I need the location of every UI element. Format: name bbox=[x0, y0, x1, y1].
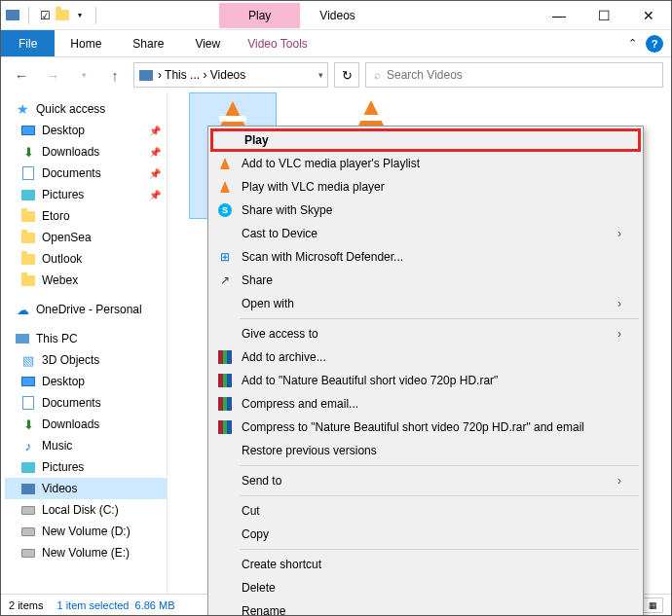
ctx-delete[interactable]: Delete bbox=[210, 576, 641, 599]
drive-icon bbox=[20, 524, 36, 539]
close-button[interactable]: ✕ bbox=[626, 1, 671, 30]
nav-qa-opensea[interactable]: OpenSea bbox=[5, 227, 167, 248]
downloads-icon: ⬇ bbox=[20, 144, 36, 160]
nav-pc-desktop[interactable]: Desktop bbox=[5, 371, 167, 392]
ctx-share[interactable]: ↗Share bbox=[210, 269, 641, 292]
blank-icon bbox=[214, 579, 236, 597]
ctx-add-playlist[interactable]: Add to VLC media player's Playlist bbox=[210, 152, 641, 175]
nav-label: Etoro bbox=[42, 209, 70, 223]
music-icon: ♪ bbox=[20, 438, 36, 453]
nav-qa-webex[interactable]: Webex bbox=[5, 270, 167, 291]
tab-home[interactable]: Home bbox=[55, 30, 117, 56]
desktop-icon bbox=[20, 123, 36, 138]
desktop-icon bbox=[20, 374, 36, 389]
collapse-ribbon-button[interactable]: ⌃ bbox=[622, 34, 642, 54]
nav-label: Quick access bbox=[36, 102, 105, 116]
ctx-cut[interactable]: Cut bbox=[210, 499, 641, 523]
pc-icon bbox=[15, 331, 30, 346]
nav-pc-volume-e[interactable]: New Volume (E:) bbox=[5, 542, 167, 563]
maximize-button[interactable]: ☐ bbox=[581, 1, 626, 30]
minimize-button[interactable]: — bbox=[537, 1, 581, 30]
app-icon bbox=[5, 8, 20, 23]
tab-video-tools[interactable]: Video Tools bbox=[236, 30, 319, 56]
qat-dropdown-icon[interactable]: ▾ bbox=[72, 8, 88, 23]
drive-icon bbox=[20, 545, 36, 561]
ctx-play[interactable]: Play bbox=[210, 128, 641, 152]
nav-label: OneDrive - Personal bbox=[36, 303, 142, 316]
back-button[interactable]: ← bbox=[9, 62, 34, 88]
pin-icon: 📌 bbox=[149, 168, 161, 179]
view-large-button[interactable]: ▦ bbox=[642, 598, 663, 613]
nav-this-pc[interactable]: This PC bbox=[5, 328, 167, 349]
up-button[interactable]: ↑ bbox=[102, 62, 128, 88]
vlc-small-icon bbox=[214, 155, 236, 172]
forward-button[interactable]: → bbox=[40, 62, 65, 88]
search-box[interactable]: ⌕ bbox=[365, 62, 663, 88]
file-tab[interactable]: File bbox=[1, 30, 55, 56]
nav-pc-pictures[interactable]: Pictures bbox=[5, 456, 167, 478]
blank-icon bbox=[214, 502, 236, 520]
nav-pc-local-c[interactable]: Local Disk (C:) bbox=[5, 499, 167, 521]
nav-pc-volume-d[interactable]: New Volume (D:) bbox=[5, 521, 167, 542]
ctx-defender[interactable]: ⊞Scan with Microsoft Defender... bbox=[210, 245, 641, 269]
ctx-send-to[interactable]: Send to› bbox=[210, 469, 641, 492]
ctx-cast[interactable]: Cast to Device› bbox=[210, 222, 641, 245]
address-bar: ← → ▾ ↑ › This ... › Videos ▾ ↻ ⌕ bbox=[1, 57, 671, 92]
nav-qa-etoro[interactable]: Etoro bbox=[5, 205, 167, 227]
nav-pc-3dobjects[interactable]: ▧3D Objects bbox=[5, 349, 167, 371]
tab-view[interactable]: View bbox=[179, 30, 236, 56]
nav-label: Pictures bbox=[42, 460, 84, 474]
nav-pc-music[interactable]: ♪Music bbox=[5, 435, 167, 456]
nav-label: Music bbox=[42, 439, 72, 453]
nav-quick-access[interactable]: ★ Quick access bbox=[5, 98, 167, 120]
menu-separator bbox=[240, 318, 639, 319]
ctx-compress-email[interactable]: Compress and email... bbox=[210, 392, 641, 416]
nav-qa-pictures[interactable]: Pictures📌 bbox=[5, 184, 167, 205]
shield-icon: ⊞ bbox=[214, 248, 236, 266]
ctx-add-archive[interactable]: Add to archive... bbox=[210, 345, 641, 369]
pin-icon: 📌 bbox=[149, 190, 161, 200]
ctx-rename[interactable]: Rename bbox=[210, 599, 641, 616]
refresh-button[interactable]: ↻ bbox=[334, 62, 359, 88]
nav-qa-documents[interactable]: Documents📌 bbox=[5, 163, 167, 184]
folder-icon bbox=[20, 251, 36, 267]
qat-properties-icon[interactable]: ☑ bbox=[37, 8, 53, 23]
search-icon: ⌕ bbox=[374, 68, 381, 82]
ctx-compress-to[interactable]: Compress to "Nature Beautiful short vide… bbox=[210, 416, 641, 439]
nav-label: Pictures bbox=[42, 188, 84, 201]
ctx-create-shortcut[interactable]: Create shortcut bbox=[210, 553, 641, 576]
nav-onedrive[interactable]: ☁OneDrive - Personal bbox=[5, 299, 167, 320]
nav-qa-outlook[interactable]: Outlook bbox=[5, 248, 167, 270]
ctx-add-rar[interactable]: Add to "Nature Beautiful short video 720… bbox=[210, 369, 641, 392]
share-icon: ↗ bbox=[214, 272, 236, 289]
nav-label: Downloads bbox=[42, 417, 99, 431]
search-input[interactable] bbox=[387, 68, 654, 82]
star-icon: ★ bbox=[15, 101, 30, 117]
quick-access-toolbar: ☑ ▾ bbox=[1, 7, 102, 24]
address-dropdown-icon[interactable]: ▾ bbox=[318, 70, 323, 80]
documents-icon bbox=[20, 165, 36, 181]
nav-qa-downloads[interactable]: ⬇Downloads📌 bbox=[5, 141, 167, 163]
qat-folder-icon[interactable] bbox=[55, 8, 70, 23]
ctx-copy[interactable]: Copy bbox=[210, 523, 641, 546]
documents-icon bbox=[20, 395, 36, 411]
breadcrumb[interactable]: › This ... › Videos bbox=[158, 68, 245, 82]
nav-pc-documents[interactable]: Documents bbox=[5, 392, 167, 414]
recent-locations-button[interactable]: ▾ bbox=[71, 62, 96, 88]
pin-icon: 📌 bbox=[149, 126, 161, 136]
blank-icon bbox=[214, 525, 236, 543]
ctx-give-access[interactable]: Give access to› bbox=[210, 322, 641, 345]
ctx-play-vlc[interactable]: Play with VLC media player bbox=[210, 175, 641, 199]
ctx-skype[interactable]: SShare with Skype bbox=[210, 199, 641, 222]
nav-label: This PC bbox=[36, 332, 78, 345]
ctx-restore[interactable]: Restore previous versions bbox=[210, 439, 641, 462]
ctx-open-with[interactable]: Open with› bbox=[210, 292, 641, 315]
address-box[interactable]: › This ... › Videos ▾ bbox=[133, 62, 328, 88]
nav-pc-videos[interactable]: Videos bbox=[5, 478, 167, 499]
tab-share[interactable]: Share bbox=[117, 30, 179, 56]
menu-separator bbox=[240, 465, 639, 466]
help-button[interactable]: ? bbox=[646, 35, 663, 53]
nav-qa-desktop[interactable]: Desktop📌 bbox=[5, 120, 167, 141]
archive-icon bbox=[214, 395, 236, 413]
nav-pc-downloads[interactable]: ⬇Downloads bbox=[5, 414, 167, 435]
